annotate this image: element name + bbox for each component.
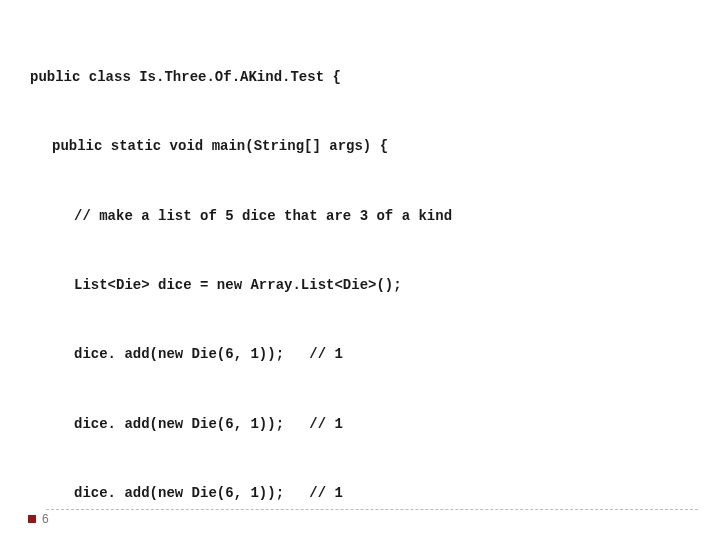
code-line: dice. add(new Die(6, 1)); // 1 [30,482,700,505]
code-line: // make a list of 5 dice that are 3 of a… [30,205,700,228]
page-marker-icon [28,515,36,523]
page-number-text: 6 [42,512,49,526]
divider [46,509,698,510]
footer: 6 [0,509,720,526]
code-block: public class Is.Three.Of.AKind.Test { pu… [30,20,700,540]
code-line: public static void main(String[] args) { [30,135,700,158]
code-line: public class Is.Three.Of.AKind.Test { [30,66,700,89]
code-line: List<Die> dice = new Array.List<Die>(); [30,274,700,297]
code-line: dice. add(new Die(6, 1)); // 1 [30,413,700,436]
page-number: 6 [28,512,720,526]
code-line: dice. add(new Die(6, 1)); // 1 [30,343,700,366]
